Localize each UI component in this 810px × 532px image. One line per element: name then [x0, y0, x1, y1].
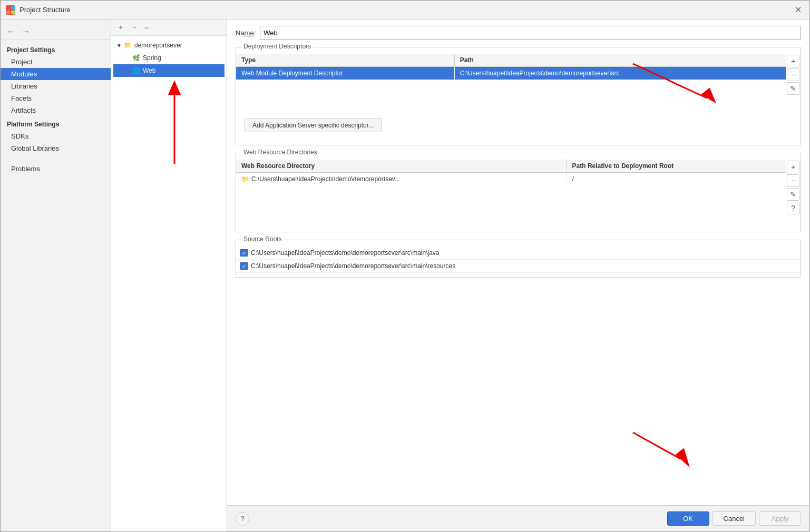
name-label: Name: — [236, 29, 256, 37]
source-root-checkbox-1[interactable] — [240, 262, 248, 270]
svg-rect-0 — [6, 6, 10, 9]
content-area: Name: Deployment Descriptors Type — [227, 19, 809, 531]
remove-descriptor-button[interactable]: − — [787, 68, 799, 81]
deployment-side-buttons: + − ✎ — [786, 54, 801, 111]
tree-node-spring[interactable]: 🌿 Spring — [113, 52, 225, 64]
folder-small-icon: 📁 — [241, 175, 249, 183]
web-resource-side-buttons: + − ✎ ? — [786, 160, 801, 228]
edit-descriptor-button[interactable]: ✎ — [787, 82, 799, 95]
svg-rect-3 — [11, 11, 15, 14]
source-root-item-1: C:\Users\huapei\IdeaProjects\demo\demore… — [236, 260, 801, 273]
close-button[interactable]: ✕ — [792, 4, 804, 16]
edit-web-dir-button[interactable]: ✎ — [787, 188, 799, 201]
deployment-descriptors-label: Deployment Descriptors — [241, 43, 313, 50]
table-row[interactable]: Web Module Deployment Descriptor C:\User… — [236, 67, 786, 80]
table-row[interactable]: 📁 C:\Users\huapei\IdeaProjects\demo\demo… — [236, 173, 786, 186]
help-button[interactable]: ? — [236, 512, 249, 526]
sidebar-item-sdks[interactable]: SDKs — [1, 130, 111, 142]
source-root-item-0: C:\Users\huapei\IdeaProjects\demo\demore… — [236, 247, 801, 260]
module-tree: ▼ 📁 demoreportsever 🌿 Spring 🌐 Web — [111, 36, 227, 531]
apply-button[interactable]: Apply — [759, 511, 801, 526]
bottom-bar: ? OK Cancel Apply — [227, 505, 809, 531]
web-resource-dirs-section: Web Resource Directories Web Resource Di… — [236, 153, 801, 232]
folder-icon: 📁 — [123, 41, 132, 50]
col-rel-path: Path Relative to Deployment Root — [567, 160, 786, 173]
window-title: Project Structure — [19, 6, 71, 14]
tree-toolbar: ＋ － ⎓ — [111, 19, 227, 36]
remove-web-dir-button[interactable]: − — [787, 174, 799, 187]
project-structure-window: Project Structure ✕ ← → Project Settings… — [0, 0, 810, 532]
ok-button[interactable]: OK — [667, 511, 709, 526]
sidebar-item-libraries[interactable]: Libraries — [1, 80, 111, 92]
add-web-dir-button[interactable]: + — [787, 161, 799, 173]
copy-module-button[interactable]: ⎓ — [142, 22, 151, 33]
sidebar-item-global-libraries[interactable]: Global Libraries — [1, 142, 111, 154]
cell-path: C:\Users\huapei\IdeaProjects\demo\demore… — [454, 67, 786, 80]
forward-button[interactable]: → — [19, 26, 32, 37]
cancel-button[interactable]: Cancel — [713, 511, 756, 526]
cell-type: Web Module Deployment Descriptor — [236, 67, 454, 80]
expand-icon: ▼ — [115, 43, 123, 48]
content-inner: Name: Deployment Descriptors Type — [227, 19, 809, 505]
deployment-table-container: Type Path Web Module Deployment Descript… — [236, 54, 801, 111]
col-path: Path — [454, 54, 786, 67]
sidebar-item-modules[interactable]: Modules — [1, 68, 111, 80]
title-bar: Project Structure ✕ — [1, 1, 809, 19]
tree-panel: ＋ － ⎓ ▼ 📁 demoreportsever 🌿 Spring — [111, 19, 227, 531]
cell-web-dir: 📁 C:\Users\huapei\IdeaProjects\demo\demo… — [236, 173, 567, 186]
remove-module-button[interactable]: － — [128, 22, 141, 33]
app-icon — [6, 5, 15, 15]
sidebar: ← → Project Settings Project Modules Lib… — [1, 19, 111, 531]
sidebar-item-artifacts[interactable]: Artifacts — [1, 104, 111, 116]
project-settings-header: Project Settings — [1, 43, 111, 56]
source-root-checkbox-0[interactable] — [240, 249, 248, 257]
nav-toolbar: ← → — [1, 24, 111, 40]
add-descriptor-button[interactable]: + — [787, 55, 799, 67]
deployment-descriptors-section: Deployment Descriptors Type Path — [236, 47, 801, 145]
sidebar-item-project[interactable]: Project — [1, 56, 111, 68]
title-bar-left: Project Structure — [6, 5, 71, 15]
bottom-buttons: OK Cancel Apply — [667, 511, 801, 526]
main-layout: ← → Project Settings Project Modules Lib… — [1, 19, 809, 531]
add-app-server-descriptor-button[interactable]: Add Application Server specific descript… — [245, 119, 382, 132]
col-type: Type — [236, 54, 454, 67]
name-input[interactable] — [260, 26, 801, 40]
col-web-dir: Web Resource Directory — [236, 160, 567, 173]
cell-rel-path: / — [567, 173, 786, 186]
sidebar-item-problems[interactable]: Problems — [1, 163, 111, 175]
help-web-dir-button[interactable]: ? — [787, 202, 799, 214]
back-button[interactable]: ← — [5, 26, 17, 37]
web-resource-dirs-label: Web Resource Directories — [241, 149, 319, 156]
source-roots-label: Source Roots — [241, 235, 284, 243]
tree-node-demoreportsever[interactable]: ▼ 📁 demoreportsever — [113, 39, 225, 52]
add-module-button[interactable]: ＋ — [114, 22, 127, 33]
web-resource-table-container: Web Resource Directory Path Relative to … — [236, 160, 801, 228]
sidebar-item-facets[interactable]: Facets — [1, 92, 111, 104]
deployment-table: Type Path Web Module Deployment Descript… — [236, 54, 786, 111]
web-icon: 🌐 — [131, 66, 141, 75]
source-roots-section: Source Roots C:\Users\huapei\IdeaProject… — [236, 240, 801, 278]
tree-node-web[interactable]: 🌐 Web — [113, 64, 225, 77]
name-row: Name: — [236, 26, 801, 40]
spring-icon: 🌿 — [131, 53, 141, 63]
platform-settings-header: Platform Settings — [1, 117, 111, 130]
svg-rect-1 — [11, 6, 15, 9]
svg-rect-2 — [6, 11, 10, 14]
web-resource-table: Web Resource Directory Path Relative to … — [236, 160, 786, 228]
